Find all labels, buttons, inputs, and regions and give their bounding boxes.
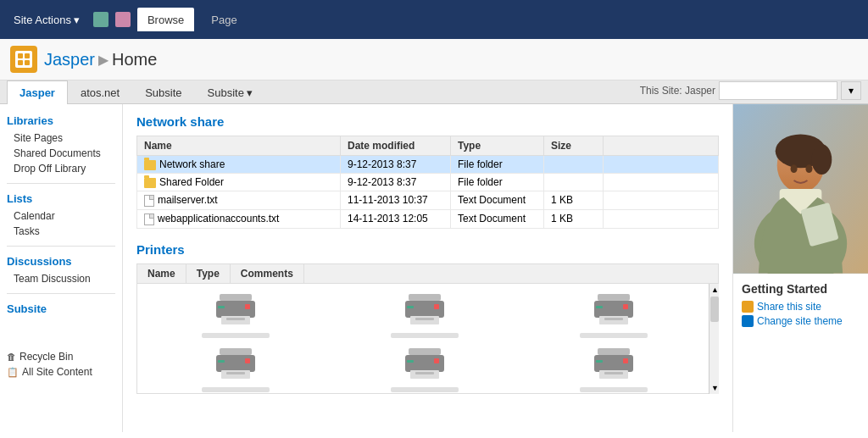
sidebar-divider-3 <box>7 293 115 294</box>
tab-browse[interactable]: Browse <box>137 8 194 31</box>
col-size: Size <box>544 136 604 156</box>
sidebar-item-shared-documents[interactable]: Shared Documents <box>7 146 115 161</box>
printer-label <box>202 333 270 338</box>
svg-rect-16 <box>596 306 603 308</box>
svg-rect-17 <box>623 304 628 309</box>
site-actions-button[interactable]: Site Actions ▾ <box>7 10 86 30</box>
printer-item[interactable] <box>522 345 704 392</box>
col-date: Date modified <box>341 136 451 156</box>
file-extra <box>604 191 719 210</box>
printers-title: Printers <box>136 242 719 257</box>
printer-label <box>580 387 648 392</box>
svg-rect-4 <box>218 306 225 308</box>
sidebar-item-drop-off-library[interactable]: Drop Off Library <box>7 161 115 176</box>
file-size <box>544 174 604 191</box>
tab-subsite1[interactable]: Subsite <box>132 80 194 104</box>
scroll-down-icon[interactable]: ▼ <box>709 382 719 394</box>
search-area: This Site: Jasper ▾ <box>640 81 861 103</box>
network-share-title: Network share <box>136 114 719 129</box>
svg-rect-25 <box>405 355 444 372</box>
scroll-up-icon[interactable]: ▲ <box>709 284 719 296</box>
file-type: File folder <box>451 174 544 191</box>
table-row[interactable]: mailserver.txt 11-11-2013 10:37 Text Doc… <box>137 191 719 210</box>
file-date: 11-11-2013 10:37 <box>341 191 451 210</box>
search-scope-label: This Site: Jasper <box>640 85 715 97</box>
tab-atos[interactable]: atos.net <box>68 80 132 104</box>
printer-label <box>202 387 270 392</box>
search-button[interactable]: ▾ <box>841 81 861 100</box>
file-size <box>544 156 604 174</box>
libraries-section-title: Libraries <box>7 114 115 127</box>
svg-rect-6 <box>409 294 441 301</box>
file-type: Text Document <box>451 209 544 228</box>
site-logo <box>10 46 37 73</box>
discussions-section-title: Discussions <box>7 255 115 268</box>
site-header: Jasper ▶ Home <box>0 39 868 80</box>
svg-rect-33 <box>604 372 623 374</box>
printer-item[interactable] <box>333 345 515 392</box>
printer-item[interactable] <box>333 291 515 338</box>
svg-rect-23 <box>245 358 250 363</box>
svg-rect-9 <box>415 318 434 320</box>
file-extra <box>604 209 719 228</box>
sidebar-item-tasks[interactable]: Tasks <box>7 224 115 239</box>
scroll-thumb[interactable] <box>710 297 719 322</box>
sidebar-item-recycle-bin[interactable]: 🗑 Recycle Bin <box>7 349 115 364</box>
share-site-link[interactable]: Share this site <box>742 301 860 313</box>
printer-item[interactable] <box>144 345 326 392</box>
search-input[interactable] <box>719 81 837 100</box>
printers-scrollbar[interactable]: ▲ ▼ <box>709 284 719 394</box>
file-name: Network share <box>137 156 341 174</box>
tab-page[interactable]: Page <box>201 8 247 31</box>
tab-subsite2[interactable]: Subsite ▾ <box>195 80 265 104</box>
tab-dropdown-icon: ▾ <box>247 86 253 99</box>
change-theme-link[interactable]: Change site theme <box>742 315 860 327</box>
getting-started-panel: Getting Started Share this site Change s… <box>733 274 868 338</box>
breadcrumb-arrow-icon: ▶ <box>98 52 108 68</box>
sidebar-item-site-pages[interactable]: Site Pages <box>7 130 115 146</box>
svg-rect-5 <box>245 304 250 309</box>
sidebar-item-all-site-content[interactable]: 📋 All Site Content <box>7 364 115 380</box>
site-actions-label: Site Actions <box>14 14 71 26</box>
printers-col-type: Type <box>186 264 231 283</box>
tab-jasper[interactable]: Jasper <box>7 80 68 104</box>
printers-wrapper: ▲ ▼ <box>136 284 719 394</box>
sidebar-divider-2 <box>7 246 115 247</box>
table-row[interactable]: Shared Folder 9-12-2013 8:37 File folder <box>137 174 719 191</box>
svg-rect-24 <box>409 348 441 355</box>
printer-item[interactable] <box>522 291 704 338</box>
svg-point-45 <box>805 164 812 173</box>
svg-rect-1 <box>216 301 255 318</box>
page-title: Home <box>112 50 157 69</box>
main-layout: Libraries Site Pages Shared Documents Dr… <box>0 104 868 432</box>
sidebar-item-team-discussion[interactable]: Team Discussion <box>7 271 115 286</box>
svg-rect-29 <box>434 358 439 363</box>
svg-point-41 <box>811 144 832 175</box>
getting-started-title: Getting Started <box>742 282 860 296</box>
add-page-icon[interactable] <box>93 12 108 27</box>
file-name: mailserver.txt <box>137 191 341 210</box>
site-name[interactable]: Jasper <box>44 50 95 69</box>
printers-table-header: Name Type Comments <box>136 263 719 284</box>
edit-icon[interactable] <box>115 12 131 27</box>
table-row[interactable]: Network share 9-12-2013 8:37 File folder <box>137 156 719 174</box>
svg-rect-34 <box>596 360 603 363</box>
printer-icon <box>403 345 446 382</box>
sidebar-item-calendar[interactable]: Calendar <box>7 208 115 224</box>
table-row[interactable]: webapplicationaccounts.txt 14-11-2013 12… <box>137 209 719 228</box>
printer-icon <box>593 291 635 328</box>
file-extra <box>604 174 719 191</box>
hero-svg <box>733 104 868 274</box>
printer-item[interactable] <box>144 291 326 338</box>
col-extra <box>604 136 719 156</box>
tab-bar: Jasper atos.net Subsite Subsite ▾ This S… <box>0 80 868 104</box>
svg-rect-27 <box>415 372 434 374</box>
svg-rect-18 <box>220 348 252 355</box>
file-type: Text Document <box>451 191 544 210</box>
all-content-icon: 📋 <box>7 367 19 378</box>
recycle-bin-icon: 🗑 <box>7 352 16 362</box>
printers-col-comments: Comments <box>231 264 304 283</box>
printer-icon <box>593 345 635 382</box>
svg-rect-28 <box>407 360 414 363</box>
printers-grid <box>136 284 719 394</box>
